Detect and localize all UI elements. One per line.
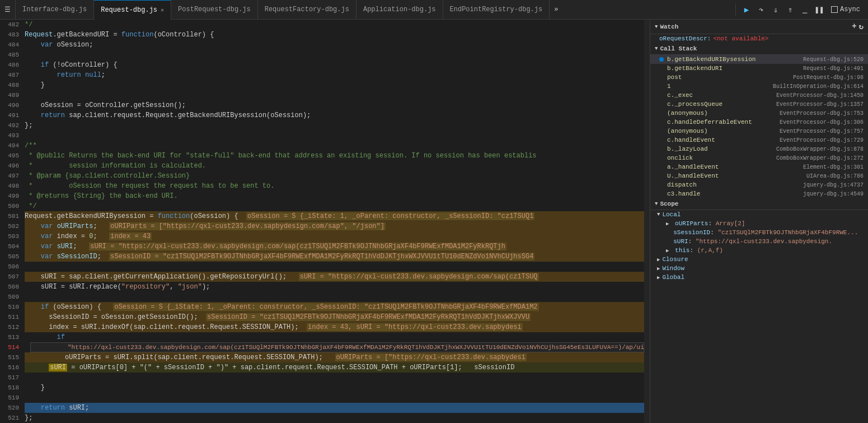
tab-endpointregistry-dbg[interactable]: EndPointRegistry-dbg.js xyxy=(443,0,550,20)
close-tab-icon[interactable]: ✕ xyxy=(161,7,164,13)
window-scope-expand[interactable]: ▶ Window xyxy=(650,264,868,273)
tab-requestfactory-dbg[interactable]: RequestFactory-dbg.js xyxy=(258,0,356,20)
vertical-scrollbar[interactable] xyxy=(644,20,650,423)
code-line: * @returns {String} the back-end URI. xyxy=(25,191,644,201)
active-dot xyxy=(659,57,664,62)
scope-child: sSessionID: "cz1TSUQlM2FBTk9OJTNhbGRjaXF… xyxy=(650,228,868,237)
code-line: if xyxy=(25,332,644,342)
async-checkbox[interactable] xyxy=(831,6,838,13)
stack-item[interactable]: 1 BuiltInOperation-dbg.js:614 xyxy=(650,82,868,91)
code-line-current: return sURI; xyxy=(25,403,644,413)
global-scope-expand[interactable]: ▶ Global xyxy=(650,273,868,282)
empty-dot xyxy=(659,156,664,160)
empty-dot xyxy=(659,102,664,106)
code-line xyxy=(25,90,644,100)
main-content: 482 483 484 485 486 487 488 489 490 491 … xyxy=(0,20,868,423)
stack-item[interactable]: c._processQueue EventProcessor-dbg.js:13… xyxy=(650,100,868,109)
code-line: } xyxy=(25,80,644,90)
code-panel: 482 483 484 485 486 487 488 489 490 491 … xyxy=(0,20,650,423)
tab-application-dbg[interactable]: Application-dbg.js xyxy=(356,0,443,20)
watch-header[interactable]: ▼ Watch + ↻ xyxy=(650,20,868,34)
empty-dot xyxy=(659,93,664,97)
scope-child: ▶ oURIParts: Array[2] xyxy=(650,219,868,228)
watch-item: oRequestDescr: <not available> xyxy=(650,34,868,43)
stack-item[interactable]: (anonymous) EventProcessor-dbg.js:753 xyxy=(650,109,868,118)
stack-item[interactable]: c.handleEvent EventProcessor-dbg.js:729 xyxy=(650,136,868,145)
code-line: }; xyxy=(25,120,644,131)
code-line: Request.getBackendURIBysession = functio… xyxy=(25,211,644,221)
window-triangle-icon: ▶ xyxy=(657,266,660,272)
scope-title: Scope xyxy=(660,201,678,207)
empty-dot xyxy=(659,111,664,115)
empty-dot xyxy=(659,165,664,169)
stack-item[interactable]: c3.handle jquery-dbg.js:4549 xyxy=(650,189,868,198)
code-line: if (!oController) { xyxy=(25,60,644,70)
empty-dot xyxy=(659,75,664,80)
empty-dot xyxy=(659,84,664,89)
stack-item[interactable]: U._handleEvent UIArea-dbg.js:786 xyxy=(650,171,868,180)
step-out-btn[interactable]: ⇑ xyxy=(784,3,796,16)
code-line: }; xyxy=(25,413,644,423)
code-line: if (oSession) { oSession = S {_iState: 1… xyxy=(25,302,644,312)
pause-btn[interactable]: ❚❚ xyxy=(813,3,825,16)
call-stack-section: ▼ Call Stack b.getBackendURIBysession Re… xyxy=(650,43,868,198)
code-lines: */ Request.getBackendURI = function(oCon… xyxy=(22,20,644,423)
tab-request-dbg[interactable]: Request-dbg.js ✕ xyxy=(94,0,171,20)
tab-postrequest-dbg[interactable]: PostRequest-dbg.js xyxy=(171,0,258,20)
code-line: } xyxy=(25,383,644,393)
local-scope-expand[interactable]: ▼ Local xyxy=(650,210,868,219)
global-triangle-icon: ▶ xyxy=(657,275,660,281)
code-line: oSession = oController.getSession(); xyxy=(25,100,644,110)
empty-dot xyxy=(659,174,664,178)
watch-refresh-btn[interactable]: ↻ xyxy=(859,22,864,31)
stack-item[interactable]: b._lazyLoad ComboBoxWrapper-dbg.js:878 xyxy=(650,145,868,154)
toolbar-right: ▶ ↷ ⇓ ⇑ ⎯ ❚❚ Async xyxy=(735,3,868,16)
empty-dot xyxy=(659,129,664,133)
watch-section: ▼ Watch + ↻ oRequestDescr: <not availabl… xyxy=(650,20,868,43)
code-line: sSessionID = oSession.getSessionID(); sS… xyxy=(25,312,644,322)
closure-scope-expand[interactable]: ▶ Closure xyxy=(650,255,868,264)
code-line: /** xyxy=(25,141,644,151)
scope-child: sURI: "https://qxl-cust233.dev.sapbydesi… xyxy=(650,237,868,246)
panel-toggle-btn[interactable]: ☰ xyxy=(0,0,16,20)
watch-add-btn[interactable]: + xyxy=(852,22,856,31)
tab-overflow-btn[interactable]: » xyxy=(550,0,562,20)
tab-interface-dbg[interactable]: Interface-dbg.js xyxy=(16,0,94,20)
stack-item[interactable]: dispatch jquery-dbg.js:4737 xyxy=(650,180,868,189)
code-line: * @public Returns the back-end URI for "… xyxy=(25,151,644,161)
code-line: sURI = sap.client.getCurrentApplication(… xyxy=(25,272,644,282)
watch-actions: + ↻ xyxy=(852,22,864,31)
stack-item[interactable]: (anonymous) EventProcessor-dbg.js:757 xyxy=(650,127,868,136)
watch-triangle-icon: ▼ xyxy=(655,24,658,30)
empty-dot xyxy=(659,183,664,187)
deactivate-btn[interactable]: ⎯ xyxy=(799,3,811,16)
resume-btn[interactable]: ▶ xyxy=(740,3,753,16)
code-line xyxy=(25,50,644,60)
stack-item[interactable]: c._exec EventProcessor-dbg.js:1450 xyxy=(650,91,868,100)
code-line: * oSession the request the request has t… xyxy=(25,181,644,191)
local-triangle-icon: ▼ xyxy=(657,212,660,217)
stack-item[interactable]: onclick ComboBoxWrapper-dbg.js:272 xyxy=(650,154,868,162)
callstack-header[interactable]: ▼ Call Stack xyxy=(650,43,868,55)
stack-item[interactable]: c.handleDeferrableEvent EventProcessor-d… xyxy=(650,118,868,127)
code-line: */ xyxy=(25,20,644,30)
stack-item[interactable]: a._handleEvent Element-dbg.js:301 xyxy=(650,162,868,171)
stack-item[interactable]: b.getBackendURI Request-dbg.js:491 xyxy=(650,64,868,73)
step-into-btn[interactable]: ⇓ xyxy=(770,3,782,16)
stack-item-active[interactable]: b.getBackendURIBysession Request-dbg.js:… xyxy=(650,55,868,64)
step-over-btn[interactable]: ↷ xyxy=(755,3,767,16)
async-toggle[interactable]: Async xyxy=(828,4,864,15)
callstack-triangle-icon: ▼ xyxy=(655,46,658,52)
empty-dot xyxy=(659,138,664,142)
stack-item[interactable]: post PostRequest-dbg.js:98 xyxy=(650,73,868,82)
tab-bar: ☰ Interface-dbg.js Request-dbg.js ✕ Post… xyxy=(0,0,868,20)
empty-dot xyxy=(659,66,664,71)
right-panel: ▼ Watch + ↻ oRequestDescr: <not availabl… xyxy=(650,20,868,423)
code-line xyxy=(25,292,644,302)
code-line: return null; xyxy=(25,70,644,80)
empty-dot xyxy=(659,192,664,196)
watch-title: Watch xyxy=(660,24,678,30)
scope-header[interactable]: ▼ Scope xyxy=(650,198,868,210)
code-scroll: 482 483 484 485 486 487 488 489 490 491 … xyxy=(0,20,650,423)
line-numbers: 482 483 484 485 486 487 488 489 490 491 … xyxy=(0,20,22,423)
